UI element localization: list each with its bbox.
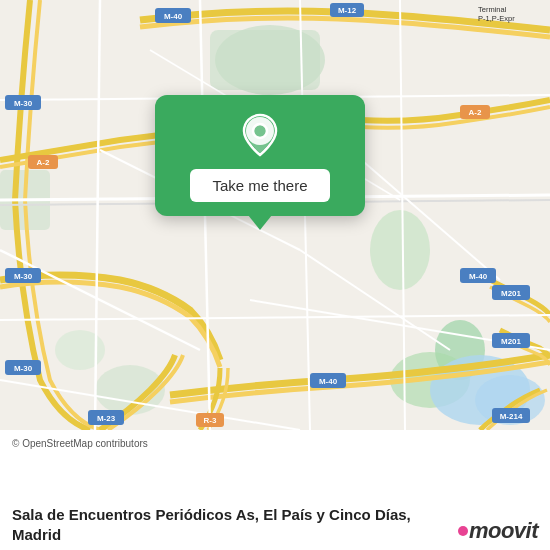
location-title: Sala de Encuentros Periódicos As, El Paí… xyxy=(12,505,458,544)
svg-text:M-12: M-12 xyxy=(338,6,357,15)
svg-rect-2 xyxy=(210,30,320,90)
svg-text:Terminal: Terminal xyxy=(478,5,507,14)
svg-text:M-23: M-23 xyxy=(97,414,116,423)
svg-text:M-30: M-30 xyxy=(14,364,33,373)
location-pin-icon xyxy=(238,113,282,157)
svg-text:A-2: A-2 xyxy=(37,158,50,167)
svg-text:M-30: M-30 xyxy=(14,99,33,108)
map-container: M-40 M-12 Terminal P-1,P-Expr M-30 A-2 A… xyxy=(0,0,550,430)
location-popup: Take me there xyxy=(155,95,365,216)
svg-text:M-214: M-214 xyxy=(500,412,523,421)
bottom-info-panel: © OpenStreetMap contributors Sala de Enc… xyxy=(0,430,550,550)
svg-point-8 xyxy=(55,330,105,370)
svg-text:M201: M201 xyxy=(501,289,522,298)
osm-attribution: © OpenStreetMap contributors xyxy=(12,438,538,449)
svg-point-3 xyxy=(370,210,430,290)
svg-text:M-40: M-40 xyxy=(164,12,183,21)
svg-text:P-1,P-Expr: P-1,P-Expr xyxy=(478,14,515,23)
moovit-brand-name: moovit xyxy=(469,518,538,544)
svg-text:M201: M201 xyxy=(501,337,522,346)
svg-text:R-3: R-3 xyxy=(204,416,217,425)
svg-text:M-40: M-40 xyxy=(469,272,488,281)
take-me-there-button[interactable]: Take me there xyxy=(190,169,329,202)
svg-text:M-40: M-40 xyxy=(319,377,338,386)
moovit-dot-icon xyxy=(458,526,468,536)
moovit-logo: moovit xyxy=(458,518,538,544)
svg-text:M-30: M-30 xyxy=(14,272,33,281)
svg-text:A-2: A-2 xyxy=(469,108,482,117)
